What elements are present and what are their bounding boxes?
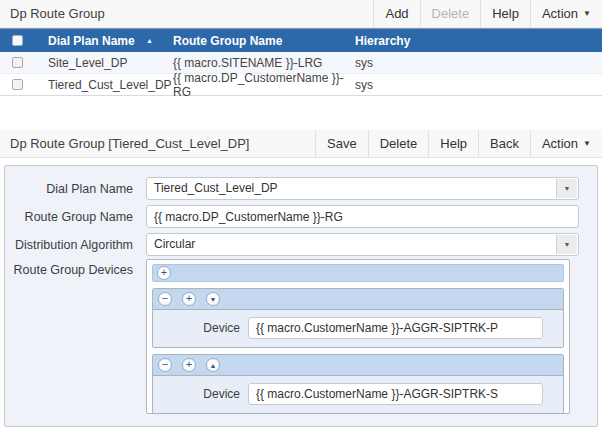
minus-icon: − [162,293,168,304]
field-label-distribution-algorithm: Distribution Algorithm [5,238,141,252]
sort-ascending-icon: ▲ [146,37,153,44]
route-group-devices-widget: + − + ▼ Device [146,259,570,414]
arrow-up-icon: ▲ [210,362,217,369]
row-checkbox[interactable] [12,79,23,90]
add-device-button[interactable]: + [157,266,171,280]
device-group-body: Device [153,310,563,347]
remove-device-button[interactable]: − [158,358,172,372]
header-cell-hierarchy[interactable]: Hierarchy [345,34,602,48]
devices-add-bar: + [152,264,564,282]
action-menu-label: Action [542,136,578,151]
help-button[interactable]: Help [480,0,530,27]
header-cell-route-group-name[interactable]: Route Group Name [165,34,345,48]
add-device-button[interactable]: + [182,358,196,372]
distribution-algorithm-select[interactable]: Circular ▼ [146,233,579,256]
row-checkbox[interactable] [12,57,23,68]
cell-dial-plan-name: Tiered_Cust_Level_DP [34,78,165,92]
route-group-name-input[interactable] [146,205,579,228]
delete-button[interactable]: Delete [420,0,481,27]
cell-hierarchy: sys [345,56,602,70]
delete-button[interactable]: Delete [368,130,429,157]
table-header: Dial Plan Name ▲ Route Group Name Hierar… [0,28,602,52]
action-menu-label: Action [542,6,578,21]
device-input[interactable] [248,383,543,405]
action-menu-button[interactable]: Action ▼ [530,130,602,157]
list-panel-title: Dp Route Group [0,0,373,27]
field-label-device: Device [153,387,248,401]
cell-dial-plan-name: Site_Level_DP [34,56,165,70]
help-button[interactable]: Help [428,130,478,157]
dial-plan-name-value: Tiered_Cust_Level_DP [154,181,278,195]
remove-device-button[interactable]: − [158,292,172,306]
move-device-up-button[interactable]: ▲ [206,358,220,372]
route-group-list-panel: Dp Route Group Add Delete Help Action ▼ … [0,0,602,96]
caret-down-icon: ▼ [583,9,591,18]
caret-down-icon: ▼ [583,139,591,148]
arrow-down-icon: ▼ [210,296,217,303]
field-label-route-group-name: Route Group Name [5,210,141,224]
device-input[interactable] [248,317,543,339]
cell-route-group-name: {{ macro.DP_CustomerName }}-RG [165,71,345,99]
device-group-body: Device [153,376,563,413]
save-button[interactable]: Save [315,130,368,157]
cell-select [0,57,34,68]
header-cell-select [0,35,34,46]
action-menu-button[interactable]: Action ▼ [530,0,602,27]
move-device-down-button[interactable]: ▼ [206,292,220,306]
field-label-dial-plan-name: Dial Plan Name [5,182,141,196]
dropdown-caret-icon: ▼ [556,235,577,254]
distribution-algorithm-value: Circular [154,237,195,251]
cell-hierarchy: sys [345,78,602,92]
route-group-detail-panel: Dp Route Group [Tiered_Cust_Level_DP] Sa… [0,130,602,427]
column-label-dial-plan-name: Dial Plan Name [48,34,135,48]
minus-icon: − [162,359,168,370]
device-group: − + ▼ Device [152,288,564,348]
cell-select [0,79,34,90]
detail-form: Dial Plan Name Tiered_Cust_Level_DP ▼ Ro… [4,165,598,427]
back-button[interactable]: Back [478,130,530,157]
dropdown-caret-icon: ▼ [556,179,577,198]
device-group: − + ▲ Device [152,354,564,414]
panel-gap [0,96,602,130]
table-row[interactable]: Tiered_Cust_Level_DP {{ macro.DP_Custome… [0,74,602,96]
plus-icon: + [186,293,192,304]
device-group-header: − + ▲ [153,355,563,376]
device-group-header: − + ▼ [153,289,563,310]
dial-plan-name-select[interactable]: Tiered_Cust_Level_DP ▼ [146,177,579,200]
plus-icon: + [161,267,167,278]
detail-toolbar: Dp Route Group [Tiered_Cust_Level_DP] Sa… [0,130,602,158]
select-all-checkbox[interactable] [12,35,23,46]
add-device-button[interactable]: + [182,292,196,306]
plus-icon: + [186,359,192,370]
detail-panel-title: Dp Route Group [Tiered_Cust_Level_DP] [0,130,315,157]
list-toolbar: Dp Route Group Add Delete Help Action ▼ [0,0,602,28]
field-label-device: Device [153,321,248,335]
add-button[interactable]: Add [373,0,419,27]
field-label-route-group-devices: Route Group Devices [5,263,141,277]
header-cell-dial-plan-name[interactable]: Dial Plan Name ▲ [34,34,165,48]
cell-route-group-name: {{ macro.SITENAME }}-LRG [165,56,345,70]
